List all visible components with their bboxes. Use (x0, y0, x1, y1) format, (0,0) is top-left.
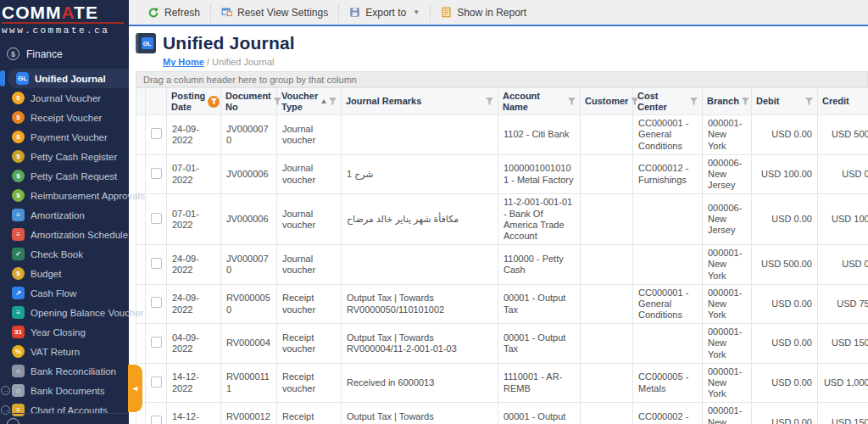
brand-rule (2, 22, 124, 24)
partial-section-icon (7, 418, 19, 424)
sidebar-section-finance[interactable]: $ Finance (0, 39, 129, 67)
column-header-account-name[interactable]: Account Name (498, 88, 581, 115)
group-by-panel[interactable]: Drag a column header here to group by th… (136, 71, 868, 87)
sidebar-item-label: Year Closing (31, 327, 86, 338)
page-title: Unified Journal (163, 33, 295, 53)
checkbox-cell (146, 115, 167, 155)
sidebar-item-journal-voucher[interactable]: $Journal Voucher (0, 88, 129, 108)
row-checkbox[interactable] (151, 297, 162, 308)
cell-cost-center: CC000005 - Metals (633, 363, 703, 403)
cell-customer (581, 194, 633, 245)
cell-credit: USD 75.00 (818, 284, 868, 324)
cell-voucher-type: Receipt voucher (277, 284, 342, 324)
sidebar-item-receipt-voucher[interactable]: $Receipt Voucher (0, 108, 129, 127)
sidebar-item-bank-reconciliation[interactable]: ⌂Bank Reconciliation (0, 361, 129, 381)
breadcrumb-home-link[interactable]: My Home (163, 57, 204, 67)
column-header-credit[interactable]: Credit (818, 88, 868, 115)
refresh-button[interactable]: Refresh (137, 3, 211, 22)
cell-cost-center (633, 194, 703, 245)
sidebar-item-petty-cash-register[interactable]: $Petty Cash Register (0, 147, 129, 166)
show-in-report-icon (441, 7, 452, 18)
sidebar-item-cash-flow[interactable]: ↗Cash Flow (0, 283, 129, 303)
row-checkbox[interactable] (151, 128, 162, 139)
column-header-posting-date[interactable]: Posting Date (167, 88, 221, 115)
cell-credit: USD 100.00 (818, 194, 868, 245)
column-header-document-no[interactable]: Document No (221, 88, 277, 115)
cell-journal-remarks: Received in 6000013 (342, 363, 498, 403)
row-checkbox[interactable] (151, 377, 162, 388)
brand-logo[interactable]: COMMATE www.commate.ca (0, 0, 129, 39)
sidebar-section-label: Finance (26, 48, 63, 60)
export-to-button[interactable]: Export to▼ (339, 3, 431, 22)
sidebar-item-opening-balance-voucher[interactable]: ≡Opening Balance Voucher (0, 303, 129, 322)
checkbox-cell (146, 363, 167, 403)
sidebar-item-year-closing[interactable]: 31Year Closing (0, 322, 129, 342)
active-filter-icon[interactable] (208, 96, 220, 108)
sidebar-item-budget[interactable]: $Budget (0, 264, 129, 283)
cell-customer (581, 245, 633, 285)
cell-posting-date: 07-01-2022 (167, 194, 221, 245)
cell-debit: USD 0.00 (752, 403, 818, 424)
cell-cost-center: CC000001 - General Conditions (633, 284, 703, 324)
row-checkbox[interactable] (151, 337, 162, 348)
row-checkbox[interactable] (151, 258, 162, 269)
sidebar-item-check-book[interactable]: ✓Check Book (0, 244, 129, 264)
brand-website: www.commate.ca (2, 25, 124, 36)
cell-branch: 000001- New York (703, 245, 752, 285)
column-header-cost-center[interactable]: Cost Center (633, 88, 703, 115)
cell-posting-date: 14-12-2022 (167, 363, 221, 403)
table-row: 07-01-2022JV000006Journal voucherشرح 110… (136, 154, 868, 194)
row-indicator (136, 194, 146, 245)
cell-credit: USD 0.00 (818, 245, 868, 285)
cell-account-name: 00001 - Output Tax (498, 284, 581, 324)
sidebar-item-label: Payment Voucher (31, 132, 108, 142)
sidebar-item-vat-return[interactable]: %VAT Return (0, 342, 129, 361)
row-checkbox[interactable] (151, 416, 162, 424)
journal-voucher-icon: $ (12, 92, 25, 104)
sidebar-item-label: Petty Cash Register (31, 152, 117, 162)
sidebar-item-reimbursement-approvals[interactable]: $Reimbursement Approvals (0, 186, 129, 205)
filter-icon[interactable] (486, 98, 493, 105)
column-header-debit[interactable]: Debit (752, 88, 818, 115)
row-checkbox[interactable] (151, 168, 162, 179)
column-header-customer[interactable]: Customer (581, 88, 633, 115)
cell-debit: USD 0.00 (752, 284, 818, 324)
filter-icon[interactable] (690, 98, 698, 105)
breadcrumb-current: Unified Journal (212, 57, 274, 67)
sidebar-item-petty-cash-request[interactable]: $Petty Cash Request (0, 166, 129, 186)
cell-document-no: JV0000070 (221, 115, 277, 155)
expand-icon[interactable]: → (1, 386, 10, 395)
cell-customer (581, 363, 633, 403)
sidebar-item-amortization[interactable]: ≡Amortization (0, 205, 129, 225)
column-header-voucher-type[interactable]: Voucher Type (277, 88, 342, 115)
gl-book-icon: GL (136, 33, 156, 53)
sidebar-item-unified-journal[interactable]: GLUnified Journal (8, 69, 129, 88)
column-header-label: Journal Remarks (346, 96, 483, 107)
column-header-journal-remarks[interactable]: Journal Remarks (342, 88, 498, 115)
sidebar-footer-divider (0, 413, 129, 424)
refresh-icon (147, 7, 159, 19)
row-indicator-column-header (136, 88, 146, 115)
sidebar-item-bank-documents[interactable]: →⌂Bank Documents (0, 381, 129, 400)
sidebar-item-amortization-schedule[interactable]: ≡Amortization Schedule (0, 225, 129, 244)
sidebar-item-label: Journal Voucher (31, 93, 101, 103)
filter-icon[interactable] (805, 98, 813, 105)
reset-view-settings-button[interactable]: Reset View Settings (211, 3, 339, 22)
cell-customer (581, 154, 633, 194)
cell-branch: 000001- New York (703, 363, 752, 403)
column-header-branch[interactable]: Branch (703, 88, 752, 115)
filter-icon[interactable] (742, 98, 749, 105)
filter-icon[interactable] (568, 98, 576, 105)
cell-account-name: 00001 - Output Tax (498, 324, 581, 364)
table-row: 14-12-2022RV0000121Receipt voucherOutput… (136, 403, 868, 424)
checkbox-cell (146, 154, 167, 194)
column-header-label: Account Name (503, 91, 565, 112)
cell-credit: USD 1,000.00 (818, 363, 868, 403)
sidebar-item-label: Bank Reconciliation (31, 366, 116, 377)
sidebar-collapse-handle[interactable]: ◄ (128, 365, 142, 412)
filter-icon[interactable] (329, 98, 337, 105)
show-in-report-button[interactable]: Show in Report (431, 3, 537, 22)
sidebar-item-payment-voucher[interactable]: $Payment Voucher (0, 127, 129, 147)
checkbox-cell (146, 324, 167, 364)
row-checkbox[interactable] (151, 213, 162, 224)
